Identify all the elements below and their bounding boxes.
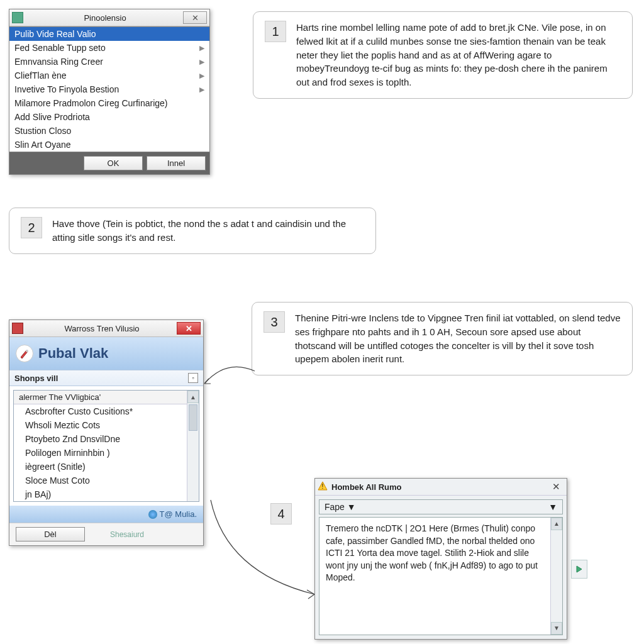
dialog-title: Pinoolensio [27,13,183,23]
section-label: Shonps vill [14,374,58,383]
item-list: Ascbrofter Custo Cusitions*Whsoli Meztic… [14,404,199,501]
text-area[interactable]: Tremero the ncDTK | 2O1 Here (Brmes (Thu… [319,517,563,635]
scrollbar[interactable]: ▲ [187,391,199,501]
group-header: alermer The VVligbica' [14,391,199,404]
menu-item[interactable]: Milamore Pradmolon Cireg Curfinarige) [9,96,209,110]
close-icon[interactable]: ✕ [183,11,207,24]
scrollbar[interactable]: ▲ ▼ [550,518,562,635]
warning-icon: ! [318,481,328,493]
dialog-title: Warross Tren Vilusio [27,324,177,333]
play-button[interactable] [571,560,587,579]
dialog-hombek: ! Hombek All Rumo ✕ Fape ▼ ▼ Tremero the… [314,478,567,640]
scroll-up-icon[interactable]: ▲ [187,391,199,403]
dropdown-value: Fape [325,502,345,512]
step-text: Have thove (Tein is pobtict, the nond th… [52,217,364,245]
step-text: Thenine Pitri-wre Inclens tde to Vipgnee… [295,311,621,366]
footer-text: T@ Mulia. [160,509,197,519]
section-header[interactable]: Shonps vill ▫ [9,370,203,386]
list-item[interactable]: iègreert (Snitle) [14,460,199,474]
collapse-icon[interactable]: ▫ [188,373,198,383]
menu-item[interactable]: CliefTlan ène▶ [9,69,209,82]
text-content: Tremero the ncDTK | 2O1 Here (Brmes (Thu… [326,523,556,584]
link-text[interactable]: Shesaiurd [110,530,144,539]
list-item[interactable]: Ascbrofter Custo Cusitions* [14,404,199,418]
close-icon[interactable]: ✕ [548,481,564,492]
list-item[interactable]: Ptoybeto Znd DnsvilDne [14,432,199,446]
del-button[interactable]: Dèl [16,527,85,541]
dialog-pinoolensio: Pinoolensio ✕ Pulib Vide Real ValioFed S… [9,9,210,175]
menu-item[interactable]: Stustion Closo [9,124,209,138]
titlebar: ! Hombek All Rumo ✕ [315,479,567,496]
globe-icon [148,510,157,519]
step-1: 1 Harts rine mombel lelling name pote of… [253,11,633,99]
app-name: Pubal Vlak [38,345,108,362]
svg-text:!: ! [322,483,324,490]
step-number: 1 [265,21,286,42]
footer-banner: T@ Mulia. [9,506,203,523]
bottom-bar: Dèl Shesaiurd [9,523,203,545]
button-bar: OK Innel [9,152,209,174]
step-text: Harts rine mombel lelling name pote of a… [296,21,621,89]
brush-icon [16,345,33,362]
chevron-down-icon: ▼ [548,502,557,512]
menu-item[interactable]: Invetive To Finyola Bestion▶ [9,82,209,96]
app-banner: Pubal Vlak [9,337,203,370]
dialog-warross: Warross Tren Vilusio ✕ Pubal Vlak Shonps… [9,319,204,546]
app-icon [12,323,23,334]
step-number: 2 [21,217,42,238]
scroll-down-icon[interactable]: ▼ [551,622,562,635]
menu-item[interactable]: Pulib Vide Real Valio [9,27,209,41]
scroll-up-icon[interactable]: ▲ [551,518,562,530]
menu-item[interactable]: Fed Senable Tupp seto▶ [9,41,209,55]
menu-item[interactable]: Add Slive Prodriota [9,110,209,124]
close-icon[interactable]: ✕ [177,322,201,335]
step-4-number: 4 [270,503,292,525]
svg-point-0 [26,350,28,352]
ok-button[interactable]: OK [84,156,143,170]
step-number: 3 [264,311,285,333]
step-2: 2 Have thove (Tein is pobtict, the nond … [9,208,376,254]
list-item[interactable]: Polilogen Mirninhbin ) [14,446,199,460]
cancel-button[interactable]: Innel [147,156,206,170]
list-item[interactable]: Whsoli Meztic Cots [14,418,199,432]
menu-item[interactable]: Slin Art Oyane [9,138,209,152]
scroll-thumb[interactable] [189,404,197,431]
titlebar: Warross Tren Vilusio ✕ [9,320,203,337]
menu-list: Pulib Vide Real ValioFed Senable Tupp se… [9,26,209,152]
step-3: 3 Thenine Pitri-wre Inclens tde to Vipgn… [252,302,633,375]
dropdown[interactable]: Fape ▼ ▼ [319,499,563,514]
list-item[interactable]: jn BAj) [14,487,199,501]
titlebar: Pinoolensio ✕ [9,9,209,26]
dialog-title: Hombek All Rumo [331,482,401,492]
dialog-body: Fape ▼ ▼ Tremero the ncDTK | 2O1 Here (B… [315,496,567,639]
menu-item[interactable]: Emnvansia Ring Creer▶ [9,55,209,69]
list-container: alermer The VVligbica' Ascbrofter Custo … [13,390,199,502]
list-item[interactable]: Sloce Must Coto [14,474,199,487]
app-icon [12,12,23,23]
